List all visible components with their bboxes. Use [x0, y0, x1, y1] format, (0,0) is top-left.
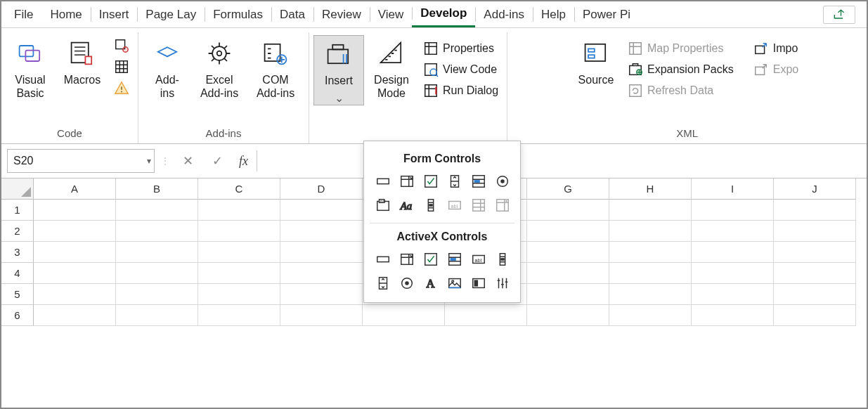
row-header[interactable]: 4	[1, 263, 34, 284]
ax-textbox-control[interactable]: abl	[468, 249, 489, 270]
ax-combobox-control[interactable]	[396, 249, 417, 270]
row-header[interactable]: 6	[1, 305, 34, 326]
tab-addins[interactable]: Add-ins	[475, 1, 533, 27]
ax-label-control[interactable]: A	[420, 273, 441, 294]
excel-addins-button[interactable]: Excel Add-ins	[195, 35, 244, 100]
tab-developer[interactable]: Develop	[412, 1, 475, 27]
macros-button[interactable]: Macros	[58, 35, 107, 86]
source-button[interactable]: Source	[571, 35, 621, 86]
cell[interactable]	[774, 284, 856, 305]
cell[interactable]	[692, 200, 774, 221]
map-properties-button[interactable]: Map Properties	[623, 39, 738, 58]
cell[interactable]	[280, 221, 363, 242]
cell[interactable]	[280, 200, 363, 221]
cell[interactable]	[198, 221, 280, 242]
col-header[interactable]: A	[34, 178, 116, 200]
cell[interactable]	[34, 221, 116, 242]
cell[interactable]	[527, 263, 609, 284]
run-dialog-button[interactable]: Run Dialog	[419, 82, 503, 100]
form-combobox-control[interactable]	[396, 171, 417, 192]
visual-basic-button[interactable]: Visual Basic	[6, 35, 55, 100]
col-header[interactable]: C	[198, 178, 280, 200]
ax-togglebutton-control[interactable]	[468, 273, 489, 294]
cell[interactable]	[198, 284, 280, 305]
cancel-formula-button[interactable]: ✕	[176, 149, 200, 173]
addins-button[interactable]: Add- ins	[143, 35, 192, 100]
cell[interactable]	[34, 242, 116, 263]
tab-help[interactable]: Help	[533, 1, 574, 27]
cell[interactable]	[198, 305, 280, 326]
cell[interactable]	[774, 242, 856, 263]
view-code-button[interactable]: View Code	[419, 60, 503, 79]
form-listbox-control[interactable]	[468, 171, 489, 192]
tab-insert[interactable]: Insert	[91, 1, 138, 27]
tab-formulas[interactable]: Formulas	[205, 1, 271, 27]
select-all-corner[interactable]	[1, 178, 34, 200]
form-textfield-control[interactable]: abl	[444, 195, 465, 216]
col-header[interactable]: D	[280, 178, 363, 200]
cell[interactable]	[609, 200, 692, 221]
name-box[interactable]: S20 ▾	[7, 149, 155, 173]
tab-file[interactable]: File	[6, 1, 41, 27]
insert-controls-button[interactable]: Insert ⌄	[313, 35, 364, 105]
cell[interactable]	[527, 221, 609, 242]
ax-image-control[interactable]	[444, 273, 465, 294]
cell[interactable]	[774, 305, 856, 326]
form-checkbox-control[interactable]	[420, 171, 441, 192]
row-header[interactable]: 3	[1, 242, 34, 263]
cell[interactable]	[692, 305, 774, 326]
cell[interactable]	[198, 263, 280, 284]
tab-review[interactable]: Review	[313, 1, 370, 27]
tab-data[interactable]: Data	[271, 1, 313, 27]
col-header[interactable]: I	[692, 178, 774, 200]
cell[interactable]	[34, 305, 116, 326]
ax-spinbutton-control[interactable]	[373, 273, 394, 294]
cell[interactable]	[280, 305, 363, 326]
cell[interactable]	[774, 221, 856, 242]
cell[interactable]	[116, 263, 198, 284]
cell[interactable]	[280, 284, 363, 305]
row-header[interactable]: 2	[1, 221, 34, 242]
col-header[interactable]: G	[527, 178, 609, 200]
cell[interactable]	[692, 242, 774, 263]
properties-button[interactable]: Properties	[419, 39, 503, 58]
cell[interactable]	[609, 221, 692, 242]
chevron-down-icon[interactable]: ▾	[147, 156, 151, 166]
tab-power-pivot[interactable]: Power Pi	[574, 1, 639, 27]
cell[interactable]	[527, 200, 609, 221]
form-groupbox-control[interactable]: xyz	[373, 195, 394, 216]
form-scrollbar-control[interactable]	[420, 195, 441, 216]
col-header[interactable]: H	[609, 178, 692, 200]
share-button[interactable]	[823, 6, 855, 24]
cell[interactable]	[609, 242, 692, 263]
expansion-packs-button[interactable]: Expansion Packs	[623, 60, 738, 79]
cell[interactable]	[198, 200, 280, 221]
cell[interactable]	[609, 284, 692, 305]
cell[interactable]	[445, 305, 527, 326]
tab-view[interactable]: View	[370, 1, 413, 27]
cell[interactable]	[34, 200, 116, 221]
cell[interactable]	[363, 305, 445, 326]
ax-optionbutton-control[interactable]	[396, 273, 417, 294]
row-header[interactable]: 5	[1, 284, 34, 305]
design-mode-button[interactable]: Design Mode	[367, 35, 416, 100]
cell[interactable]	[527, 305, 609, 326]
cell[interactable]	[34, 284, 116, 305]
cell[interactable]	[692, 284, 774, 305]
cell[interactable]	[116, 221, 198, 242]
row-header[interactable]: 1	[1, 200, 34, 221]
cell[interactable]	[116, 200, 198, 221]
form-optionbutton-control[interactable]	[492, 171, 513, 192]
use-relative-refs-button[interactable]	[110, 58, 134, 76]
cell[interactable]	[527, 284, 609, 305]
form-combodrop-control[interactable]	[492, 195, 513, 216]
cell[interactable]	[280, 263, 363, 284]
cell[interactable]	[527, 242, 609, 263]
macro-security-button[interactable]	[110, 79, 134, 97]
cell[interactable]	[774, 200, 856, 221]
ax-commandbutton-control[interactable]	[373, 249, 394, 270]
cell[interactable]	[692, 221, 774, 242]
enter-formula-button[interactable]: ✓	[205, 149, 229, 173]
cell[interactable]	[609, 305, 692, 326]
tab-page-layout[interactable]: Page Lay	[137, 1, 205, 27]
